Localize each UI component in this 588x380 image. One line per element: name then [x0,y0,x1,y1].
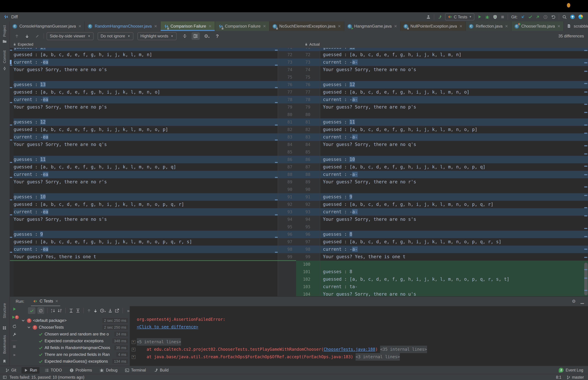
rerun-failed-tests-icon[interactable]: ! [11,315,17,321]
close-icon[interactable]: ✕ [459,24,462,28]
diff-row[interactable]: guessed : [a, b, c, d, e, f, g, h, i, j,… [10,163,588,171]
git-branch-widget[interactable]: master [566,375,584,380]
diff-change-mark[interactable] [584,195,587,196]
diff-row[interactable]: current : -ea7878current : -a- [10,96,588,103]
test-tree-row[interactable]: Expected makeGuess() exceptions134 ms [18,358,129,365]
diff-row[interactable]: current : -ea7373current : -a- [10,58,588,66]
next-difference-icon[interactable] [23,34,31,38]
test-tree-row[interactable]: !ChooserTests2 sec 250 ms [18,324,129,331]
coverage-button-icon[interactable] [493,15,498,19]
more-icon[interactable]: » [13,352,15,357]
expand-all-icon[interactable] [69,308,74,313]
toolwindow-button-run[interactable]: Run [21,367,39,373]
viewer-mode-combo[interactable]: Side-by-side viewer▼ [47,32,94,40]
diff-change-mark[interactable] [584,145,587,146]
diff-change-mark[interactable] [584,290,587,291]
editor-tab[interactable]: CRandomHangmanChooser.java✕ [85,21,161,31]
editor-tab[interactable]: CReflection.java✕ [466,21,512,31]
stack-trace-link[interactable]: ChooserTests.java:188 [323,346,375,353]
grid-icon[interactable] [2,326,6,330]
diff-editor[interactable]: guesses : 147171guesses : 13guessed : [a… [10,48,588,296]
diff-change-mark[interactable] [584,62,587,63]
next-occurrence-icon[interactable] [93,308,98,313]
fold-expand-icon[interactable]: + [132,355,135,359]
search-everywhere-icon[interactable] [562,15,567,19]
build-icon[interactable] [437,15,442,19]
push-icon[interactable] [536,15,540,19]
ignore-policy-combo[interactable]: Do not ignore▼ [97,32,133,40]
stripe-label-commit[interactable]: Commit [2,50,6,63]
diff-change-mark[interactable] [584,166,587,167]
diff-row[interactable]: 103current : ta- [10,283,588,290]
ide-update-icon[interactable] [570,14,575,19]
sort-alphabetically-icon[interactable]: az [51,308,56,313]
diff-change-mark[interactable] [584,207,587,208]
toggle-auto-test-icon[interactable] [12,324,17,329]
diff-change-mark[interactable] [584,278,587,279]
close-icon[interactable]: ✕ [338,24,341,28]
sync-scrolling-icon[interactable] [191,32,200,40]
test-tree[interactable]: !<default package>2 sec 250 ms!ChooserTe… [18,315,129,366]
diff-row[interactable]: guesses : 118686guesses : 10 [10,156,588,163]
run-button-icon[interactable] [477,15,482,19]
diff-row[interactable]: 9090 [10,186,588,193]
collapse-all-icon[interactable] [76,308,80,313]
toolwindow-button-git[interactable]: Git [3,367,19,373]
editor-tab[interactable]: CChooserTests.java✕ [512,21,564,31]
event-log-button[interactable]: 2 Event Log [559,368,588,373]
diff-row[interactable]: 7575 [10,74,588,81]
stripe-label-structure[interactable]: Structure [2,303,6,318]
highlight-policy-combo[interactable]: Highlight words▼ [137,32,176,40]
diff-change-mark[interactable] [584,83,587,84]
fold-expand-icon[interactable]: + [132,340,135,344]
editor-tab[interactable]: CNullPointerException.java✕ [400,21,466,31]
editor-tab[interactable]: scrabble.txt✕ [564,21,588,31]
test-settings-icon[interactable] [12,332,17,337]
fold-expand-icon[interactable]: + [132,347,135,351]
diff-change-mark[interactable] [584,91,587,92]
diff-row[interactable]: 8080 [10,111,588,118]
chevron-down-icon[interactable] [21,318,25,323]
toolwindow-button-todo[interactable]: TODO [42,367,64,373]
diff-row[interactable]: Your guess? Sorry, there are no o's7474Y… [10,66,588,74]
sort-by-duration-icon[interactable] [57,308,62,313]
chevron-down-icon[interactable] [27,325,31,329]
diff-row[interactable]: guesses : 109191guesses : 9 [10,193,588,201]
diff-change-mark[interactable] [584,133,587,134]
diff-row[interactable]: guesses : 137676guesses : 12 [10,81,588,88]
diff-change-mark[interactable] [584,248,587,249]
editor-tab[interactable]: CNoSuchElementException.java✕ [269,21,344,31]
colorful-plugin-icon[interactable] [578,14,583,19]
close-icon[interactable]: ✕ [394,24,397,28]
close-icon[interactable]: ✕ [557,24,560,28]
test-tree-row[interactable]: Expected constructor exceptions348 ms [18,338,129,344]
diff-row[interactable]: 101guesses : 8 [10,268,588,276]
diff-row[interactable]: guessed : [a, b, c, d, e, f, g, h, i, j,… [10,88,588,96]
diff-row[interactable]: 8585 [10,148,588,156]
diff-change-mark[interactable] [584,187,587,188]
diff-settings-gear-icon[interactable]: ⚙▾ [202,33,211,39]
diff-change-mark[interactable] [584,71,587,72]
show-ignored-icon[interactable]: ∅ [38,307,44,314]
diff-row[interactable]: 102guessed : [a, b, c, d, e, f, g, h, i,… [10,276,588,283]
error-stripe-scrollbar[interactable] [584,48,588,296]
diff-change-mark[interactable] [584,50,587,51]
commit-icon[interactable] [528,15,532,19]
diff-row[interactable]: Your guess? Sorry, there are no q's8484Y… [10,141,588,148]
update-project-icon[interactable] [521,15,525,19]
diff-row[interactable]: current : -ea9898current : -a- [10,246,588,253]
stripe-label-project[interactable]: Project [2,25,6,37]
export-test-results-icon[interactable] [114,308,119,313]
diff-row[interactable]: 100 [10,261,588,268]
test-tree-row[interactable]: All fields in RandomHangmanChoos35 ms [18,344,129,351]
test-tree-row[interactable]: !<default package>2 sec 250 ms [18,317,129,324]
settings-gear-icon[interactable]: ⚙ [572,299,576,304]
close-icon[interactable]: ✕ [505,24,508,28]
diff-change-mark[interactable] [584,125,587,126]
toolwindow-button-terminal[interactable]: Terminal [123,367,148,373]
test-tree-row[interactable]: There are no protected fields in Ran4 ms [18,351,129,358]
status-message[interactable]: Tests failed: 15, passed: 10 (moments ag… [10,375,84,379]
diff-change-mark[interactable] [584,215,587,217]
diff-row[interactable]: current : -ea8888current : -a- [10,171,588,178]
diff-change-mark[interactable] [584,104,587,105]
